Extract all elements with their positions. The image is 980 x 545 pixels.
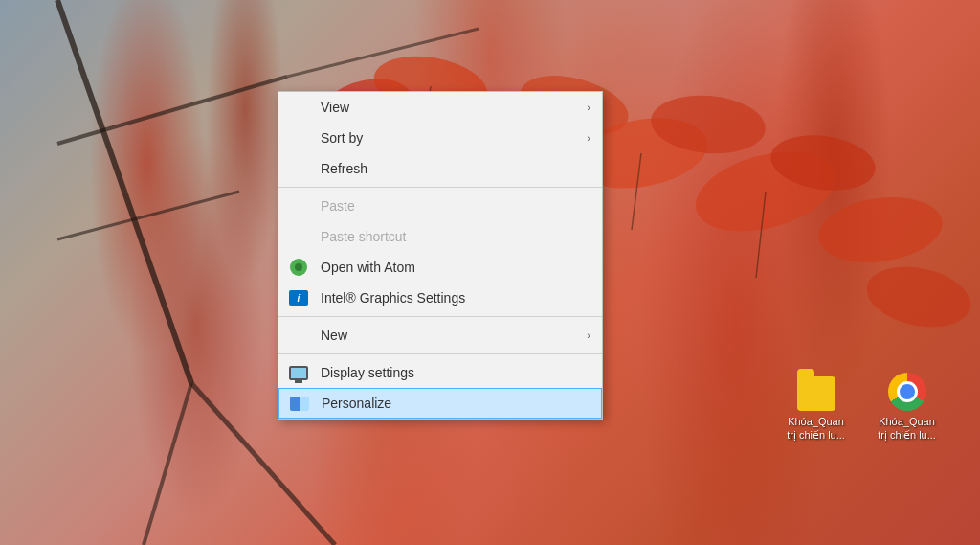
menu-item-view[interactable]: View› (278, 92, 602, 123)
menu-item-label-display: Display settings (321, 365, 414, 380)
menu-item-sortby[interactable]: Sort by› (278, 123, 602, 153)
menu-item-label-personalize: Personalize (322, 396, 391, 411)
menu-item-openwith[interactable]: Open with Atom (278, 252, 602, 283)
menu-item-refresh[interactable]: Refresh (278, 153, 602, 184)
menu-item-label-pasteshortcut: Paste shortcut (321, 229, 407, 244)
menu-item-new[interactable]: New› (278, 320, 602, 351)
menu-item-arrow-sortby: › (587, 132, 590, 144)
menu-separator (278, 316, 602, 317)
personalize-icon (289, 393, 310, 414)
menu-item-label-new: New (321, 328, 347, 343)
menu-item-intel[interactable]: Intel® Graphics Settings (278, 283, 602, 313)
menu-item-label-intel: Intel® Graphics Settings (321, 290, 465, 306)
menu-item-label-refresh: Refresh (321, 161, 368, 176)
chrome-icon (888, 373, 926, 411)
desktop-icon-chrome[interactable]: Khóa_Quan trị chiến lu... (866, 369, 947, 443)
context-menu: View›Sort by›RefreshPastePaste shortcutO… (278, 91, 603, 420)
menu-item-paste: Paste (278, 191, 602, 221)
desktop-icon-folder[interactable]: Khóa_Quan trị chiến lu... (775, 369, 857, 443)
folder-icon (797, 376, 835, 411)
menu-item-arrow-new: › (587, 329, 590, 341)
folder-label: Khóa_Quan trị chiến lu... (787, 415, 845, 443)
atom-icon (288, 257, 309, 278)
intel-icon (288, 287, 309, 308)
menu-separator (278, 353, 602, 354)
menu-item-label-openwith: Open with Atom (321, 260, 415, 275)
menu-separator (278, 187, 602, 188)
menu-item-personalize[interactable]: Personalize (278, 388, 602, 419)
menu-item-display[interactable]: Display settings (278, 357, 602, 388)
chrome-label: Khóa_Quan trị chiến lu... (878, 415, 936, 443)
menu-item-label-sortby: Sort by (321, 130, 363, 146)
display-icon (288, 362, 309, 383)
menu-item-arrow-view: › (587, 102, 590, 113)
menu-item-label-view: View (321, 100, 349, 115)
menu-item-label-paste: Paste (321, 198, 355, 214)
menu-item-pasteshortcut: Paste shortcut (278, 221, 602, 252)
